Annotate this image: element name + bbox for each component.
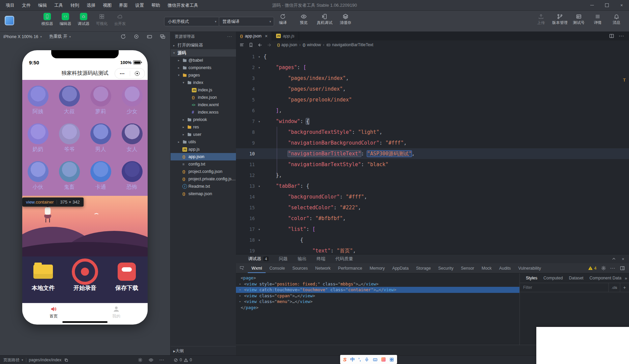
devtools-settings-icon[interactable] — [601, 266, 606, 271]
editor-tab-app.js[interactable]: JSapp.js — [272, 31, 299, 40]
wxml-node[interactable]: ▸<view class="menu">…</view> — [236, 299, 519, 305]
avatar-item[interactable]: 女人 — [116, 119, 148, 157]
avatar-item[interactable]: 卡通 — [85, 157, 116, 195]
devtools-tab-Storage[interactable]: Storage — [412, 263, 435, 273]
nav-back-icon[interactable] — [258, 42, 263, 48]
ime-punct-icon[interactable]: ’, — [358, 357, 361, 362]
cls-toggle[interactable]: .cls — [608, 283, 620, 292]
tree-item[interactable]: {}sitemap.json — [171, 190, 236, 198]
tree-item[interactable]: {}project.private.config.js… — [171, 175, 236, 183]
add-style-icon[interactable]: + — [620, 283, 629, 292]
user-avatar[interactable] — [5, 16, 14, 25]
mini-tab-person[interactable]: 我的 — [85, 303, 148, 321]
tree-item[interactable]: ▸components — [171, 64, 236, 71]
tree-item[interactable]: {}index.json — [171, 94, 236, 101]
mini-tab-speaker[interactable]: 首页 — [22, 303, 85, 321]
open-editors-section[interactable]: ▸ 打开的编辑器 — [171, 41, 236, 49]
phone-record-button[interactable]: 开始录音 — [64, 261, 106, 307]
minimize-button[interactable] — [585, 0, 599, 10]
code-line[interactable]: 4 "pages/user/index", — [236, 84, 629, 94]
tree-item[interactable]: {}app.json — [171, 153, 236, 160]
inspect-element-icon[interactable] — [236, 263, 248, 273]
menubar-item[interactable]: 转到 — [67, 0, 83, 10]
toolbar-simulator-button[interactable]: 模拟器 — [38, 13, 56, 26]
nav-forward-icon[interactable] — [267, 42, 272, 48]
avatar-item[interactable]: 男人 — [85, 119, 116, 157]
dock-side-icon[interactable] — [620, 266, 625, 271]
devtools-tab-Security[interactable]: Security — [435, 263, 457, 273]
mode-select[interactable]: 小程序模式▾ — [164, 17, 219, 26]
styles-tab-Component Data[interactable]: Component Data — [587, 276, 624, 280]
code-line[interactable]: 5 "pages/prelook/index" — [236, 94, 629, 105]
toolbar-cloud-button[interactable]: 云开发 — [111, 13, 129, 26]
menubar-item[interactable]: 编辑 — [34, 0, 51, 10]
tree-item[interactable]: iReadme.txt — [171, 183, 236, 190]
devtools-tab-Audits[interactable]: Audits — [496, 263, 515, 273]
toolbar-version-button[interactable]: 版本管理 — [551, 13, 569, 25]
toolbar-upload-button[interactable]: 上传 — [532, 13, 550, 25]
panel-tab-输出[interactable]: 输出 — [298, 256, 306, 262]
tree-item[interactable]: JSapp.js — [171, 146, 236, 153]
devtools-tab-Mock[interactable]: Mock — [478, 263, 496, 273]
menubar-item[interactable]: 工具 — [51, 0, 67, 10]
avatar-item[interactable]: 爷爷 — [54, 119, 85, 157]
wxml-node[interactable]: <page> — [236, 275, 519, 281]
tree-item[interactable]: ▸@babel — [171, 57, 236, 64]
menubar-item[interactable]: 界面 — [115, 0, 131, 10]
code-line[interactable]: 12 }, — [236, 170, 629, 181]
avatar-item[interactable]: 大叔 — [54, 82, 85, 119]
toolbar-debugger-button[interactable]: 调试器 — [75, 13, 92, 26]
code-line[interactable]: 9 "navigationBarBackgroundColor": "#fff"… — [236, 138, 629, 148]
menubar-item[interactable]: 帮助 — [148, 0, 164, 10]
tree-item[interactable]: ▾index — [171, 79, 236, 86]
ime-toolbox-icon[interactable] — [389, 357, 394, 362]
wxml-node[interactable]: </page> — [236, 305, 519, 311]
styles-tab-Styles[interactable]: Styles — [523, 276, 540, 280]
ime-sogou-logo-icon[interactable]: S — [343, 357, 347, 362]
code-line[interactable]: 3 "pages/index/index", — [236, 73, 629, 84]
compile-mode-select[interactable]: 普通编译▾ — [219, 17, 274, 26]
toolbar-remote-debug-button[interactable]: 真机调试 — [316, 13, 334, 25]
menubar-item[interactable]: 选择 — [83, 0, 99, 10]
outline-icon[interactable] — [239, 42, 244, 48]
ime-skin-icon[interactable] — [381, 357, 386, 362]
tree-item[interactable]: #index.wxss — [171, 109, 236, 116]
tree-item[interactable]: ▾pages — [171, 71, 236, 79]
menubar-item[interactable]: 视图 — [99, 0, 115, 10]
toolbar-test-account-button[interactable]: 测试号 — [570, 13, 588, 25]
code-line[interactable]: 2▾ "pages": [ — [236, 62, 629, 73]
more-tabs-icon[interactable]: » — [625, 276, 627, 281]
devtools-tab-Wxml[interactable]: Wxml — [248, 263, 266, 273]
page-path-select[interactable]: 页面路径▾ — [3, 357, 23, 363]
code-line[interactable]: 1▾{ — [236, 51, 629, 62]
devtools-tab-Network[interactable]: Network — [311, 263, 334, 273]
avatar-item[interactable]: 小伙 — [22, 157, 54, 195]
code-line[interactable]: 10 "navigationBarTitleText": "ASP300源码测试… — [236, 148, 629, 159]
tree-item[interactable]: ▸prelook — [171, 116, 236, 123]
more-menu-icon[interactable]: ••• — [115, 71, 130, 75]
ime-voice-icon[interactable] — [364, 357, 369, 362]
explorer-more-icon[interactable]: ··· — [227, 34, 232, 39]
tree-item[interactable]: <>index.wxml — [171, 101, 236, 109]
avatar-item[interactable]: 少女 — [116, 82, 148, 119]
code-line[interactable]: 16 "color": "#bfbfbf", — [236, 213, 629, 224]
wxml-node[interactable]: ▸<view catch:touchmove="touchmove" class… — [236, 287, 519, 293]
toolbar-visual-button[interactable]: 可视化 — [93, 13, 111, 26]
tree-item[interactable]: ▸res — [171, 123, 236, 131]
devtools-tab-Vulnerability[interactable]: Vulnerability — [514, 263, 545, 273]
wxml-node[interactable]: ▸<view style="position: fixed;" class="m… — [236, 281, 519, 287]
menubar-item[interactable]: 设置 — [131, 0, 148, 10]
devtools-tab-Performance[interactable]: Performance — [334, 263, 366, 273]
styles-filter-input[interactable] — [520, 285, 608, 290]
copy-path-icon[interactable] — [64, 358, 68, 362]
styles-tab-Dataset[interactable]: Dataset — [566, 276, 586, 280]
ime-keyboard-icon[interactable] — [373, 357, 378, 362]
devtools-tab-Memory[interactable]: Memory — [366, 263, 388, 273]
tree-item[interactable]: ▾源码 — [171, 49, 236, 57]
breadcrumb-item[interactable]: {}window — [303, 42, 321, 47]
maximize-button[interactable] — [599, 0, 614, 10]
avatar-item[interactable]: 恐怖 — [116, 157, 148, 195]
avatar-item[interactable]: 萝莉 — [85, 82, 116, 119]
menubar-item[interactable]: 微信开发者工具 — [164, 0, 202, 10]
avatar-item[interactable]: 阿姨 — [22, 82, 54, 119]
